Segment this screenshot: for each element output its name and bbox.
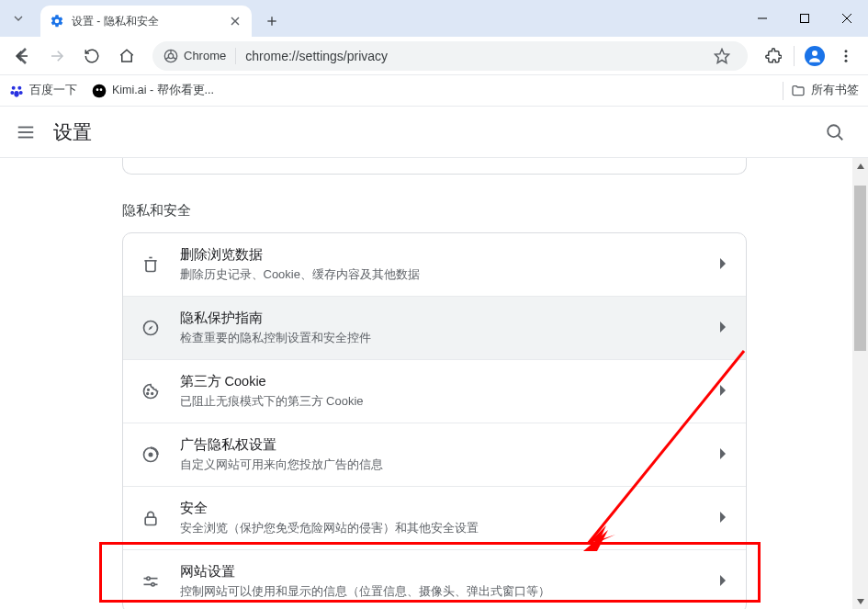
scroll-up-button[interactable] — [852, 158, 868, 174]
scroll-thumb[interactable] — [854, 186, 866, 351]
window-controls — [741, 0, 868, 37]
chevron-right-icon — [720, 383, 727, 400]
extensions-button[interactable] — [759, 41, 788, 71]
avatar-icon — [805, 46, 825, 66]
svg-point-24 — [19, 91, 23, 95]
content-area: 隐私和安全 删除浏览数据 删除历史记录、Cookie、缓存内容及其他数据 隐私保… — [0, 158, 868, 609]
profile-button[interactable] — [800, 41, 829, 71]
bookmarks-divider — [783, 82, 783, 100]
browser-titlebar: 设置 - 隐私和安全 — [0, 0, 868, 37]
svg-point-28 — [100, 88, 103, 91]
trash-icon — [141, 255, 160, 274]
bookmark-baidu[interactable]: 百度一下 — [9, 83, 77, 98]
svg-point-12 — [168, 53, 173, 58]
row-ad-privacy[interactable]: 广告隐私权设置 自定义网站可用来向您投放广告的信息 — [123, 423, 746, 486]
url-text: chrome://settings/privacy — [245, 49, 698, 63]
svg-point-39 — [151, 393, 152, 395]
row-title: 网站设置 — [180, 563, 700, 581]
svg-point-40 — [146, 393, 148, 395]
clipped-card — [122, 158, 747, 175]
bookmark-star-button[interactable] — [707, 41, 737, 71]
folder-icon — [791, 84, 806, 98]
chevron-right-icon — [720, 573, 727, 590]
back-button[interactable] — [7, 41, 37, 71]
svg-point-27 — [96, 88, 99, 91]
row-desc: 安全浏览（保护您免受危险网站的侵害）和其他安全设置 — [180, 520, 700, 536]
svg-point-22 — [17, 85, 21, 89]
row-title: 安全 — [180, 500, 700, 517]
omnibox-separator — [235, 48, 236, 64]
menu-toggle-button[interactable] — [15, 121, 37, 143]
address-bar[interactable]: Chrome chrome://settings/privacy — [152, 41, 748, 71]
chevron-right-icon — [720, 510, 727, 526]
svg-point-38 — [147, 389, 149, 391]
menu-button[interactable] — [831, 41, 861, 71]
compass-icon — [141, 319, 160, 337]
row-security[interactable]: 安全 安全浏览（保护您免受危险网站的侵害）和其他安全设置 — [123, 486, 746, 549]
svg-marker-41 — [720, 385, 726, 396]
row-title: 删除浏览数据 — [180, 246, 700, 264]
bookmarks-bar: 百度一下 Kimi.ai - 帮你看更... 所有书签 — [0, 75, 868, 107]
row-title: 隐私保护指南 — [180, 310, 700, 327]
page-title: 设置 — [53, 119, 92, 145]
row-clear-browsing-data[interactable]: 删除浏览数据 删除历史记录、Cookie、缓存内容及其他数据 — [123, 233, 746, 296]
svg-line-15 — [173, 57, 175, 59]
svg-marker-46 — [720, 512, 726, 523]
scrollbar[interactable] — [852, 158, 868, 609]
row-third-party-cookies[interactable]: 第三方 Cookie 已阻止无痕模式下的第三方 Cookie — [123, 359, 746, 423]
new-tab-button[interactable] — [259, 8, 285, 34]
svg-point-32 — [828, 125, 840, 137]
svg-line-33 — [839, 135, 843, 140]
row-privacy-guide[interactable]: 隐私保护指南 检查重要的隐私控制设置和安全控件 — [123, 296, 746, 359]
row-site-settings[interactable]: 网站设置 控制网站可以使用和显示的信息（位置信息、摄像头、弹出式窗口等） — [123, 549, 746, 609]
maximize-button[interactable] — [783, 0, 826, 37]
privacy-card: 删除浏览数据 删除历史记录、Cookie、缓存内容及其他数据 隐私保护指南 检查… — [122, 232, 747, 609]
kimi-icon — [92, 84, 107, 98]
settings-favicon — [50, 14, 64, 28]
svg-point-18 — [845, 50, 848, 52]
section-label: 隐私和安全 — [122, 202, 747, 220]
svg-point-17 — [812, 51, 817, 56]
svg-marker-36 — [148, 326, 152, 331]
tab-title: 设置 - 隐私和安全 — [72, 14, 220, 29]
lock-icon — [141, 509, 160, 527]
search-button[interactable] — [817, 114, 853, 151]
svg-point-19 — [845, 54, 848, 57]
svg-point-50 — [151, 583, 153, 586]
svg-point-21 — [12, 85, 16, 89]
chevron-right-icon — [720, 446, 727, 463]
chevron-right-icon — [720, 256, 727, 273]
row-desc: 删除历史记录、Cookie、缓存内容及其他数据 — [180, 266, 700, 283]
reload-button[interactable] — [77, 41, 107, 71]
row-desc: 检查重要的隐私控制设置和安全控件 — [180, 330, 700, 346]
all-bookmarks-label: 所有书签 — [811, 83, 859, 98]
forward-button[interactable] — [42, 41, 72, 71]
scroll-down-button[interactable] — [852, 593, 868, 609]
home-button[interactable] — [112, 41, 141, 71]
row-title: 广告隐私权设置 — [180, 436, 700, 454]
tab-close-button[interactable] — [228, 14, 242, 28]
svg-marker-52 — [857, 164, 864, 169]
svg-point-43 — [149, 453, 152, 456]
svg-rect-45 — [145, 517, 156, 524]
chrome-chip: Chrome — [163, 49, 226, 63]
close-window-button[interactable] — [826, 0, 868, 37]
all-bookmarks-button[interactable]: 所有书签 — [791, 83, 859, 98]
svg-line-14 — [165, 57, 168, 59]
row-desc: 自定义网站可用来向您投放广告的信息 — [180, 457, 700, 473]
row-desc: 控制网站可以使用和显示的信息（位置信息、摄像头、弹出式窗口等） — [180, 583, 700, 600]
svg-marker-16 — [716, 49, 729, 62]
browser-toolbar: Chrome chrome://settings/privacy — [0, 37, 868, 75]
svg-marker-37 — [720, 321, 726, 333]
svg-point-20 — [845, 59, 848, 62]
baidu-icon — [9, 84, 24, 98]
bookmark-kimi[interactable]: Kimi.ai - 帮你看更... — [92, 83, 214, 98]
bookmark-kimi-label: Kimi.ai - 帮你看更... — [112, 83, 214, 98]
target-icon — [141, 445, 160, 464]
tab-search-button[interactable] — [0, 0, 37, 37]
svg-marker-51 — [720, 575, 726, 586]
svg-marker-53 — [857, 599, 864, 604]
browser-tab[interactable]: 设置 - 隐私和安全 — [40, 6, 252, 37]
minimize-button[interactable] — [741, 0, 783, 37]
svg-point-26 — [93, 84, 107, 97]
